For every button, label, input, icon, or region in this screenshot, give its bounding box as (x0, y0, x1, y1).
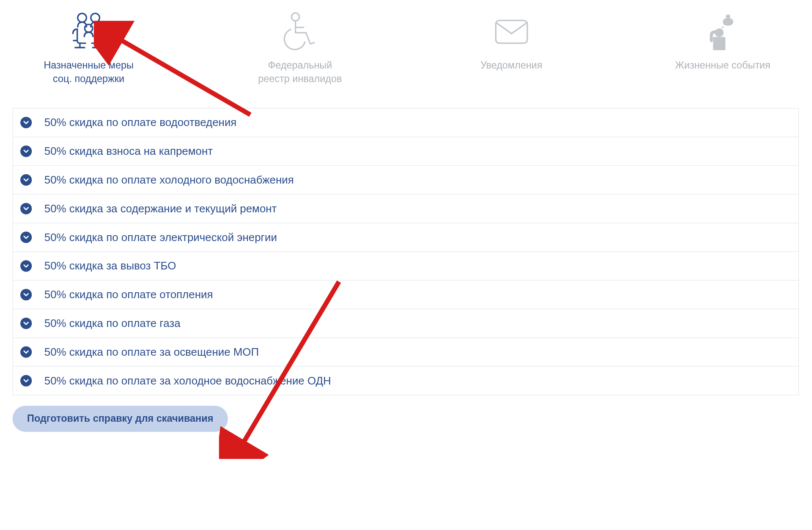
svg-rect-9 (713, 37, 725, 50)
list-item-label: 50% скидка по оплате холодного водоснабж… (44, 174, 294, 187)
tab-label: Назначенные меры соц. поддержки (44, 58, 133, 85)
svg-point-6 (724, 22, 726, 25)
chevron-down-icon (20, 117, 32, 129)
tab-label: Жизненные события (675, 58, 770, 72)
list-item-label: 50% скидка по оплате отопления (44, 288, 213, 301)
list-item[interactable]: 50% скидка по оплате холодного водоснабж… (13, 166, 798, 195)
list-item-label: 50% скидка по оплате газа (44, 317, 181, 330)
prepare-download-button[interactable]: Подготовить справку для скачивания (13, 406, 228, 432)
svg-point-1 (91, 14, 100, 22)
list-item-label: 50% скидка за содержание и текущий ремон… (44, 203, 277, 215)
list-item[interactable]: 50% скидка по оплате газа (13, 310, 798, 338)
list-item[interactable]: 50% скидка по оплате водоотведения (13, 109, 798, 137)
thinking-person-icon: ? (699, 8, 746, 55)
svg-point-0 (78, 14, 87, 22)
chevron-down-icon (20, 375, 32, 387)
tab-label: Федеральный реестр инвалидов (258, 58, 342, 85)
chevron-down-icon (20, 203, 32, 214)
list-item-label: 50% скидка взноса на капремонт (44, 145, 213, 158)
tabs-bar: Назначенные меры соц. поддержки Федераль… (0, 8, 812, 85)
list-item-label: 50% скидка по оплате за холодное водосна… (44, 375, 331, 387)
list-item[interactable]: 50% скидка по оплате за холодное водосна… (13, 367, 798, 395)
tab-social-support[interactable]: Назначенные меры соц. поддержки (16, 8, 162, 85)
chevron-down-icon (20, 346, 32, 358)
list-item[interactable]: 50% скидка за вывоз ТБО (13, 252, 798, 281)
envelope-icon (488, 8, 535, 55)
list-item-label: 50% скидка по оплате электрической энерг… (44, 231, 277, 244)
wheelchair-icon (277, 8, 324, 55)
svg-point-7 (722, 27, 724, 28)
list-item-label: 50% скидка за вывоз ТБО (44, 260, 176, 272)
family-icon (65, 8, 112, 55)
tab-life-events[interactable]: ? Жизненные события (650, 8, 796, 85)
list-item[interactable]: 50% скидка взноса на капремонт (13, 137, 798, 166)
tab-disability-registry[interactable]: Федеральный реестр инвалидов (227, 8, 373, 85)
chevron-down-icon (20, 289, 32, 300)
tab-notifications[interactable]: Уведомления (439, 8, 584, 85)
discounts-list: 50% скидка по оплате водоотведения 50% с… (13, 108, 799, 395)
list-item[interactable]: 50% скидка по оплате электрической энерг… (13, 223, 798, 252)
list-item[interactable]: 50% скидка по оплате отопления (13, 281, 798, 310)
svg-point-3 (292, 13, 300, 21)
list-item[interactable]: 50% скидка за содержание и текущий ремон… (13, 195, 798, 223)
svg-rect-4 (496, 20, 527, 43)
chevron-down-icon (20, 261, 32, 272)
chevron-down-icon (20, 232, 32, 243)
list-item[interactable]: 50% скидка по оплате за освещение МОП (13, 338, 798, 367)
list-item-label: 50% скидка по оплате водоотведения (44, 116, 237, 129)
chevron-down-icon (20, 318, 32, 329)
tab-label: Уведомления (480, 58, 542, 72)
chevron-down-icon (20, 146, 32, 157)
list-item-label: 50% скидка по оплате за освещение МОП (44, 346, 259, 359)
svg-text:?: ? (726, 14, 730, 21)
chevron-down-icon (20, 174, 32, 186)
